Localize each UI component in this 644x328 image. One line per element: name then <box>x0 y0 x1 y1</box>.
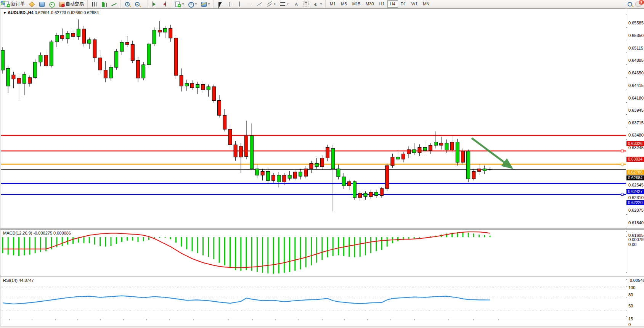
toolbar-group-trade: + 新订单 自动交易 <box>0 0 87 8</box>
rsi-label: RSI(14) 44.8747 <box>3 278 34 283</box>
horizontal-line-button[interactable] <box>245 0 255 8</box>
price-tick-label: 0.64885 <box>628 58 644 63</box>
timeframe-toolbar: M1M5M15M30H1H4D1W1MN <box>325 0 434 8</box>
collapse-arrow-icon[interactable]: ▼ <box>3 11 6 15</box>
chevron-down-icon: ▾ <box>195 2 197 6</box>
horizontal-price-lines <box>1 135 626 196</box>
bar-chart-button[interactable] <box>89 0 99 8</box>
price-tick-label: 0.65585 <box>628 21 644 25</box>
toolbar-group-shift <box>148 0 171 8</box>
tile-windows-icon <box>1 1 5 5</box>
toolbar-group-new: +▾ ▾ ▾ <box>171 0 213 8</box>
auto-scroll-button[interactable] <box>159 0 169 8</box>
ohlc-values: 0.62691 0.62723 0.62660 0.62684 <box>35 10 99 15</box>
line-handle[interactable] <box>621 150 623 152</box>
line-handle[interactable] <box>621 163 623 165</box>
cursor-button[interactable] <box>215 0 225 8</box>
candlestick-series <box>1 19 492 211</box>
timeframe-button-d1[interactable]: D1 <box>398 0 409 8</box>
price-tick-label: 0.64415 <box>628 83 644 88</box>
market-watch-button[interactable] <box>27 0 37 8</box>
status-bar <box>0 326 644 328</box>
new-order-label: 新订单 <box>11 1 25 7</box>
zoom-in-icon: + <box>124 1 130 7</box>
trend-arrow-annotation[interactable] <box>472 138 512 168</box>
indicators-button[interactable]: ▾ <box>199 0 212 8</box>
text-label-button[interactable]: T <box>301 0 311 8</box>
new-chart-button[interactable]: +▾ <box>173 0 186 8</box>
line-handle[interactable] <box>621 193 623 196</box>
search-icon[interactable] <box>627 1 633 7</box>
price-tick-label: 0.64180 <box>628 96 644 100</box>
price-badge-0.63034: 0.63034 <box>626 157 644 162</box>
navigator-icon <box>39 1 45 7</box>
fibo-tag: F <box>287 1 289 7</box>
text-icon: A <box>293 1 299 7</box>
toolbar-group-zoom: + − <box>120 0 148 8</box>
candle-chart-icon <box>101 1 107 7</box>
auto-trading-icon <box>58 1 64 7</box>
macd-tick-label: 0.00 <box>628 242 636 247</box>
mt4-application: + 新订单 自动交易 + − <box>0 0 644 328</box>
timeframe-button-w1[interactable]: W1 <box>409 0 421 8</box>
trendline-button[interactable] <box>255 0 265 8</box>
timeframe-button-h1[interactable]: H1 <box>376 0 387 8</box>
rsi-line <box>3 296 490 304</box>
price-badge-0.63326: 0.63326 <box>626 141 644 146</box>
auto-scroll-icon <box>161 1 167 7</box>
timeframe-button-m30[interactable]: M30 <box>363 0 376 8</box>
arrows-icon: ⬖ <box>313 1 319 7</box>
price-badge-0.62684: 0.62684 <box>626 175 644 180</box>
symbol-period-label: AUDUSD-,H4 <box>8 10 34 15</box>
crosshair-button[interactable] <box>225 0 235 8</box>
signals-button[interactable] <box>47 0 56 8</box>
timeframe-button-m5[interactable]: M5 <box>338 0 349 8</box>
tile-windows-button[interactable] <box>142 0 146 8</box>
text-label-icon: T <box>303 1 309 7</box>
vertical-line-button[interactable] <box>235 0 245 8</box>
chart-shift-button[interactable] <box>149 0 159 8</box>
price-tick-label: 0.62545 <box>628 183 644 187</box>
channel-icon <box>267 1 273 7</box>
rsi-tick-label: 100 <box>628 285 635 290</box>
arrows-button[interactable]: ⬖▾ <box>311 0 324 8</box>
bar-chart-icon <box>91 1 97 7</box>
chart-shift-icon <box>151 1 157 7</box>
toolbar-group-charttype <box>87 0 120 8</box>
notification-bubble-icon[interactable]: 1 <box>635 2 642 7</box>
price-tick-label: 0.62075 <box>628 208 644 212</box>
timeframe-button-m15[interactable]: M15 <box>350 0 363 8</box>
line-chart-button[interactable] <box>109 0 119 8</box>
timeframe-button-h4[interactable]: H4 <box>387 0 398 8</box>
price-tick-label: 0.63480 <box>628 133 644 137</box>
macd-tick-label: -0.005464 <box>628 278 644 283</box>
price-badge-0.62427: 0.62427 <box>626 189 644 194</box>
navigator-button[interactable] <box>37 0 47 8</box>
period-button[interactable]: ▾ <box>186 0 199 8</box>
market-watch-icon <box>29 1 35 7</box>
chart-canvas[interactable] <box>0 8 644 326</box>
candle-chart-button[interactable] <box>99 0 109 8</box>
price-tick-label: 0.65115 <box>628 46 643 50</box>
price-tick-label: 0.63245 <box>628 145 644 150</box>
cursor-icon <box>217 1 223 7</box>
text-button[interactable]: A <box>291 0 301 8</box>
price-tick-label: 0.63945 <box>628 108 644 113</box>
price-tick-label: 0.64650 <box>628 71 644 75</box>
timeframe-button-m1[interactable]: M1 <box>327 0 338 8</box>
new-order-button[interactable]: + 新订单 <box>2 0 27 8</box>
zoom-in-button[interactable]: + <box>122 0 132 8</box>
indicators-icon <box>201 1 207 7</box>
rsi-tick-label: 0 <box>628 322 631 327</box>
rsi-tick-label: 80 <box>628 293 633 297</box>
auto-trading-button[interactable]: 自动交易 <box>56 0 86 8</box>
channel-button[interactable]: E <box>265 0 278 8</box>
price-tick-label: 0.63715 <box>628 121 644 125</box>
fibonacci-button[interactable]: F <box>278 0 291 8</box>
chart-window[interactable]: ▼ AUDUSD-,H4 0.62691 0.62723 0.62660 0.6… <box>0 8 644 326</box>
fibonacci-icon <box>280 1 286 7</box>
zoom-out-button[interactable]: − <box>132 0 142 8</box>
rsi-tick-label: 50 <box>628 304 633 308</box>
price-tick-label: 0.61605 <box>628 233 644 238</box>
timeframe-button-mn[interactable]: MN <box>420 0 432 8</box>
